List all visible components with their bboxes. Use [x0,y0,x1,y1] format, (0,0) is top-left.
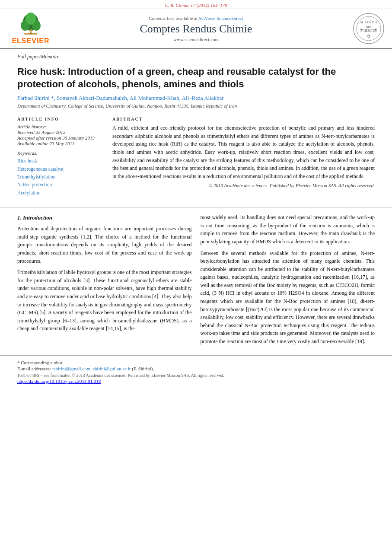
article-main-title: Rice husk: Introduction of a green, chea… [17,66,375,90]
contents-label-text: Contents lists available at [149,16,198,21]
email-label: E-mail addresses: [17,366,51,371]
svg-text:DES: DES [366,25,371,29]
keyword-1: Rice husk [17,157,104,165]
keyword-3: Trimethylsilylation [17,173,104,181]
article-history: Article history: Received 22 August 2012… [17,124,104,146]
svg-text:❧: ❧ [374,27,377,32]
body-right-p1: most widely used. Its handling does not … [201,213,375,245]
article-info-abstract: ARTICLE INFO Article history: Received 2… [17,113,375,197]
journal-citation: C. R. Chimie 17 (2014) 164–170 [0,0,392,9]
article-info-label: ARTICLE INFO [17,117,104,121]
doi-link[interactable]: http://dx.doi.org/10.1016/j.crci.2013.01… [17,379,101,384]
received-date: Received 22 August 2012 [17,130,104,135]
banner-center: Contents lists available at SciVerse Sci… [54,16,338,42]
body-col-left: 1. Introduction Protection and deprotect… [17,213,192,349]
svg-text:❧: ❧ [360,27,363,32]
email-link-2[interactable]: shirini@guilan.ac.ir [93,366,131,371]
authors-line: Farhad Shirini *, Somayeh Akbari-Dadamah… [17,95,375,102]
banner-right-logo: ACADÉMIE DES SCIENCES ✿ ❧ ❧ [338,13,385,45]
elsevier-logo: ELSEVIER [12,13,49,45]
article-content: Full paper/Mémoire Rice husk: Introducti… [0,49,392,201]
body-col-right: most widely used. Its handling does not … [201,213,375,349]
citation-text: C. R. Chimie 17 (2014) 164–170 [165,3,227,8]
corresponding-note: * Corresponding author. [17,360,375,365]
intro-p2: Trimethylsilylation of labile hydroxyl g… [17,268,192,333]
footer-area: * Corresponding author. E-mail addresses… [0,355,392,384]
doi-text: http://dx.doi.org/10.1016/j.crci.2013.01… [17,379,101,384]
abstract-col: ABSTRACT A mild, efficient and eco-frien… [112,117,375,197]
accepted-date: Accepted after revision 30 January 2013 [17,135,104,140]
email-note: E-mail addresses: fshirini@gmail.com, sh… [17,366,375,371]
article-type: Full paper/Mémoire [17,54,375,62]
section-divider [0,207,392,207]
footer-legal: 1631-0748/$ – see front matter © 2013 Ac… [17,373,375,378]
svg-point-8 [354,13,384,44]
body-right-p2: Between the several methods available fo… [201,249,375,346]
footer-doi: http://dx.doi.org/10.1016/j.crci.2013.01… [17,379,375,384]
svg-point-6 [29,29,32,32]
available-date: Available online 23 May 2013 [17,141,104,146]
sciverse-text: SciVerse ScienceDirect [199,16,243,21]
body-text: 1. Introduction Protection and deprotect… [0,213,392,349]
elsevier-logo-area: ELSEVIER [7,13,54,45]
corresponding-text: * Corresponding author. [17,360,64,365]
keywords-section: Keywords: Rice husk Heterogeneous cataly… [17,150,104,197]
article-info-col: ARTICLE INFO Article history: Received 2… [17,117,104,197]
banner: ELSEVIER Contents lists available at Sci… [0,9,392,49]
journal-title: Comptes Rendus Chimie [54,22,338,35]
affiliation-text: Department of Chemistry, College of Scie… [17,103,375,108]
keyword-2: Heterogeneous catalyst [17,165,104,173]
copyright-line: © 2013 Académie des sciences. Published … [112,183,375,188]
intro-p1: Protection and deprotection of organic f… [17,225,192,265]
intro-heading: 1. Introduction [17,213,192,222]
abstract-text: A mild, efficient and eco-friendly proto… [112,124,375,180]
keyword-4: N-Boc protection [17,181,104,188]
email-link-1[interactable]: fshirini@gmail.com [52,366,91,371]
sciverse-link[interactable]: SciVerse ScienceDirect [199,16,243,21]
journal-url: www.sciencedirect.com [54,37,338,42]
svg-point-5 [25,13,36,25]
svg-rect-7 [30,31,32,33]
history-label: Article history: [17,124,104,129]
authors-text: Farhad Shirini *, Somayeh Akbari-Dadamah… [17,95,224,101]
abstract-label: ABSTRACT [112,117,375,121]
elsevier-tree-icon [16,13,46,36]
contents-line: Contents lists available at SciVerse Sci… [54,16,338,21]
svg-text:ACADÉMIE: ACADÉMIE [360,20,378,24]
svg-text:✿: ✿ [367,34,370,38]
keyword-5: Acetylation [17,189,104,197]
elsevier-text: ELSEVIER [12,37,49,45]
academy-logo-icon: ACADÉMIE DES SCIENCES ✿ ❧ ❧ [353,13,385,45]
keywords-label: Keywords: [17,150,104,156]
